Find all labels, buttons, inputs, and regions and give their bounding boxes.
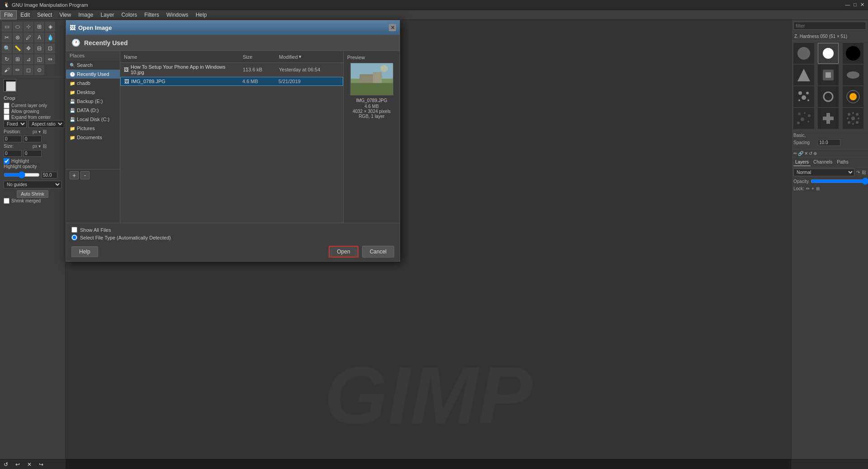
tool-shear[interactable]: ⊿: [24, 54, 33, 64]
menu-colors[interactable]: Colors: [118, 11, 141, 19]
allow-growing-checkbox[interactable]: [4, 108, 9, 114]
place-recently-used[interactable]: 🕐 Recently Used: [66, 70, 120, 79]
current-layer-only-checkbox[interactable]: [4, 103, 9, 108]
brush-filter-input[interactable]: [793, 22, 866, 30]
tab-layers[interactable]: Layers: [793, 159, 811, 166]
layer-tool-btn[interactable]: ✕: [804, 151, 808, 156]
tool-rotate[interactable]: ↻: [2, 54, 12, 64]
menu-help[interactable]: Help: [192, 11, 211, 19]
spacing-input[interactable]: [818, 139, 840, 146]
auto-shrink-button[interactable]: Auto Shrink: [17, 190, 48, 198]
tab-paths[interactable]: Paths: [835, 159, 850, 166]
places-remove-button[interactable]: -: [80, 171, 90, 179]
select-file-type-radio[interactable]: [71, 234, 77, 240]
close-button[interactable]: ✕: [860, 2, 864, 8]
foreground-color[interactable]: [4, 79, 16, 92]
brush-item[interactable]: [818, 65, 839, 85]
show-all-files-checkbox[interactable]: [71, 227, 77, 233]
column-name[interactable]: Name: [120, 53, 239, 61]
tool-perspective[interactable]: ◱: [34, 54, 44, 64]
place-desktop[interactable]: 📁 Desktop: [66, 88, 120, 97]
shrink-merged-checkbox[interactable]: [4, 198, 9, 204]
menu-file[interactable]: File: [0, 10, 17, 19]
mode-chain-btn[interactable]: ⛓: [862, 170, 866, 175]
guides-select[interactable]: No guides: [4, 181, 61, 188]
tool-free-select[interactable]: ⊹: [24, 22, 33, 32]
lock-pen-icon[interactable]: ✏: [806, 186, 810, 191]
highlight-checkbox[interactable]: [4, 158, 9, 164]
brush-item[interactable]: [793, 43, 814, 64]
bottom-nav-icon[interactable]: ✕: [27, 461, 32, 468]
menu-layer[interactable]: Layer: [97, 11, 118, 19]
help-button[interactable]: Help: [71, 246, 98, 257]
place-search[interactable]: 🔍 Search: [66, 61, 120, 70]
menu-edit[interactable]: Edit: [17, 11, 33, 19]
tool-fuzzy-select[interactable]: ⊞: [34, 22, 44, 32]
place-backup[interactable]: 💾 Backup (E:): [66, 97, 120, 106]
column-modified[interactable]: Modified ▾: [275, 52, 343, 61]
tool-zoom[interactable]: 🔍: [2, 43, 12, 53]
opacity-slider[interactable]: [811, 178, 868, 184]
lock-grid-icon[interactable]: ⊞: [816, 186, 820, 191]
tool-text[interactable]: A: [34, 33, 44, 42]
brush-item[interactable]: [843, 108, 863, 129]
file-row-selected[interactable]: 🖼 IMG_0789.JPG 4.6 MB 5/21/2019: [120, 77, 343, 86]
tab-channels[interactable]: Channels: [811, 159, 834, 166]
size-y-input[interactable]: [24, 150, 42, 157]
brush-item[interactable]: [818, 108, 839, 129]
tool-color-picker[interactable]: 💧: [45, 33, 55, 42]
tool-crop[interactable]: ⊡: [45, 43, 55, 53]
tool-pencil[interactable]: ✏: [13, 65, 23, 75]
bottom-nav-icon[interactable]: ↪: [39, 461, 43, 468]
file-row[interactable]: 🖼 How To Setup Your Phone App in Windows…: [120, 63, 343, 77]
fixed-select[interactable]: Fixed: [4, 120, 27, 128]
mode-extra-btn[interactable]: ↷: [856, 170, 860, 175]
layer-tool-btn[interactable]: 🔗: [798, 151, 803, 156]
lock-plus-icon[interactable]: +: [811, 186, 814, 191]
menu-view[interactable]: View: [56, 11, 75, 19]
brush-item[interactable]: [843, 43, 863, 64]
brush-item[interactable]: [843, 65, 863, 85]
brush-item[interactable]: [793, 65, 814, 85]
brush-item[interactable]: [793, 86, 814, 107]
maximize-button[interactable]: □: [854, 2, 857, 8]
position-x-input[interactable]: [4, 136, 22, 142]
size-x-input[interactable]: [4, 150, 22, 157]
bottom-nav-icon[interactable]: ↺: [4, 461, 8, 468]
tool-eraser[interactable]: ◻: [24, 65, 33, 75]
expand-from-center-checkbox[interactable]: [4, 114, 9, 120]
column-size[interactable]: Size: [239, 53, 275, 61]
tool-align[interactable]: ⊟: [34, 43, 44, 53]
minimize-button[interactable]: —: [845, 2, 850, 8]
place-documents[interactable]: 📁 Documents: [66, 133, 120, 142]
tool-foreground-select[interactable]: ⊛: [13, 33, 23, 42]
brush-item[interactable]: [843, 86, 863, 107]
tool-scissors[interactable]: ✂: [2, 33, 12, 42]
aspect-ratio-select[interactable]: Aspect ratio: [28, 120, 64, 128]
layer-tool-btn[interactable]: ⊕: [813, 151, 817, 156]
brush-item-selected[interactable]: [818, 43, 839, 64]
tool-by-color[interactable]: ◈: [45, 22, 55, 32]
tool-rect-select[interactable]: ▭: [2, 22, 12, 32]
layer-tool-btn[interactable]: ✏: [793, 151, 797, 156]
place-data-d[interactable]: 💾 DATA (D:): [66, 106, 120, 115]
menu-filters[interactable]: Filters: [141, 11, 163, 19]
place-chadb[interactable]: 📁 chadb: [66, 79, 120, 88]
places-add-button[interactable]: +: [70, 171, 79, 179]
menu-windows[interactable]: Windows: [163, 11, 192, 19]
highlight-opacity-input[interactable]: [42, 172, 57, 178]
bottom-nav-icon[interactable]: ↩: [15, 461, 20, 468]
open-button[interactable]: Open: [329, 246, 358, 258]
dialog-close-button[interactable]: ✕: [389, 24, 396, 31]
tool-airbrush[interactable]: ⊙: [34, 65, 44, 75]
brush-item[interactable]: [818, 86, 839, 107]
cancel-button[interactable]: Cancel: [362, 246, 394, 258]
position-y-input[interactable]: [24, 136, 42, 142]
tool-scale[interactable]: ⊞: [13, 54, 23, 64]
menu-image[interactable]: Image: [75, 11, 97, 19]
mode-select[interactable]: Normal: [793, 169, 854, 176]
menu-select[interactable]: Select: [33, 11, 56, 19]
tool-paint[interactable]: 🖌: [2, 65, 12, 75]
tool-move[interactable]: ✥: [24, 43, 33, 53]
brush-item[interactable]: [793, 108, 814, 129]
